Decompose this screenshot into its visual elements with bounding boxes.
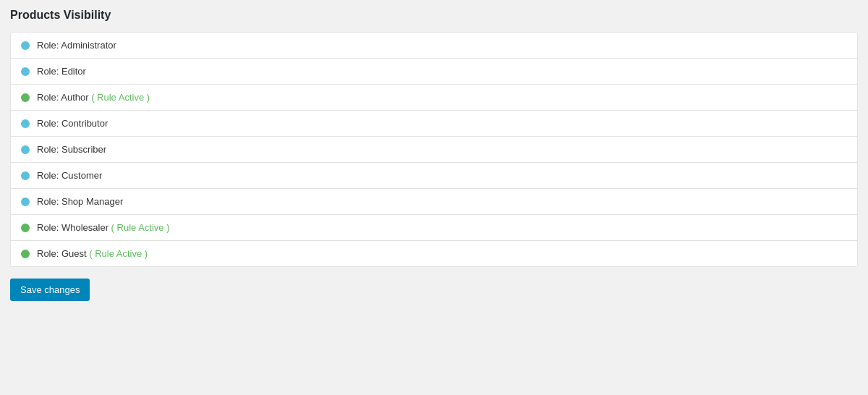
role-label-administrator: Role: Administrator	[37, 40, 116, 51]
role-label-editor: Role: Editor	[37, 66, 86, 77]
role-row-contributor[interactable]: Role: Contributor	[11, 111, 857, 137]
role-label-author: Role: Author ( Rule Active )	[37, 92, 150, 103]
role-row-author[interactable]: Role: Author ( Rule Active )	[11, 85, 857, 111]
role-label-guest: Role: Guest ( Rule Active )	[37, 248, 148, 259]
role-label-wholesaler: Role: Wholesaler ( Rule Active )	[37, 222, 170, 233]
role-row-shop-manager[interactable]: Role: Shop Manager	[11, 189, 857, 215]
role-row-guest[interactable]: Role: Guest ( Rule Active )	[11, 241, 857, 266]
dot-administrator	[21, 41, 30, 50]
dot-shop-manager	[21, 198, 30, 206]
rule-active-badge-wholesaler: ( Rule Active )	[111, 222, 170, 233]
role-label-contributor: Role: Contributor	[37, 118, 108, 129]
role-row-administrator[interactable]: Role: Administrator	[11, 33, 857, 59]
role-label-subscriber: Role: Subscriber	[37, 144, 106, 155]
dot-contributor	[21, 119, 30, 128]
dot-editor	[21, 67, 30, 76]
save-changes-button[interactable]: Save changes	[10, 279, 90, 301]
rule-active-badge-guest: ( Rule Active )	[89, 248, 148, 259]
dot-wholesaler	[21, 224, 30, 232]
role-row-wholesaler[interactable]: Role: Wholesaler ( Rule Active )	[11, 215, 857, 241]
role-row-customer[interactable]: Role: Customer	[11, 163, 857, 189]
roles-list: Role: AdministratorRole: EditorRole: Aut…	[10, 32, 858, 267]
dot-customer	[21, 171, 30, 180]
dot-author	[21, 93, 30, 102]
page-title: Products Visibility	[10, 9, 858, 22]
dot-guest	[21, 250, 30, 258]
role-row-editor[interactable]: Role: Editor	[11, 59, 857, 85]
role-label-customer: Role: Customer	[37, 170, 102, 181]
role-label-shop-manager: Role: Shop Manager	[37, 196, 123, 207]
dot-subscriber	[21, 145, 30, 154]
role-row-subscriber[interactable]: Role: Subscriber	[11, 137, 857, 163]
rule-active-badge-author: ( Rule Active )	[91, 92, 150, 103]
